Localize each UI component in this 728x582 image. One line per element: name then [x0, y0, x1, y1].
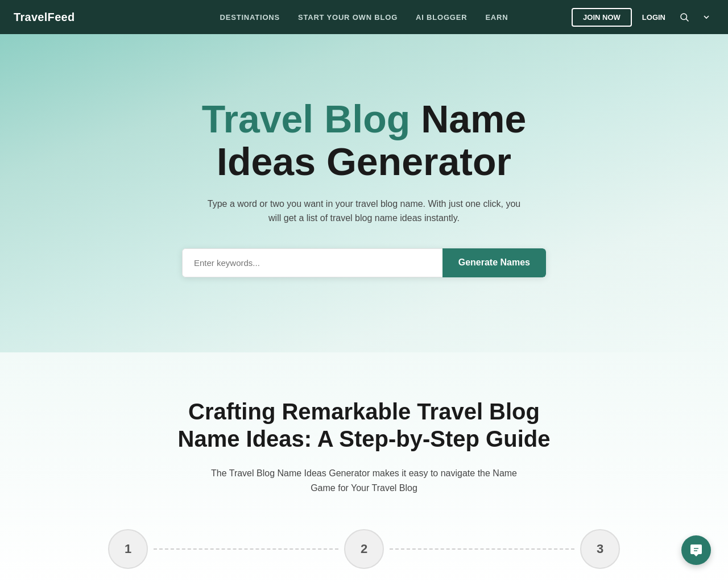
navbar: TravelFeed DESTINATIONS START YOUR OWN B…	[0, 0, 728, 34]
svg-line-1	[686, 19, 688, 21]
chevron-down-icon	[702, 13, 711, 22]
login-button[interactable]: LOGIN	[638, 9, 670, 26]
svg-point-0	[681, 14, 687, 20]
brand-logo[interactable]: TravelFeed	[14, 11, 75, 24]
hero-title: Travel Blog Name Ideas Generator	[165, 98, 563, 183]
chat-button[interactable]	[681, 535, 711, 565]
search-bar: Generate Names	[182, 248, 546, 277]
search-icon	[679, 12, 689, 22]
search-button[interactable]	[676, 9, 693, 26]
nav-link-earn[interactable]: EARN	[485, 13, 508, 22]
section-title: Crafting Remarkable Travel Blog Name Ide…	[165, 398, 563, 452]
step-connector-1-2	[154, 548, 338, 550]
navbar-actions: JOIN NOW LOGIN	[572, 8, 714, 27]
steps-row: 1 2 3	[108, 529, 620, 569]
step-2-circle: 2	[344, 529, 384, 569]
hero-section: Travel Blog Name Ideas Generator Type a …	[0, 34, 728, 352]
step-1-circle: 1	[108, 529, 148, 569]
content-section: Crafting Remarkable Travel Blog Name Ide…	[0, 352, 728, 582]
nav-link-ai-blogger[interactable]: AI BLOGGER	[416, 13, 467, 22]
nav-link-destinations[interactable]: DESTINATIONS	[220, 13, 280, 22]
join-now-button[interactable]: JOIN NOW	[572, 8, 632, 27]
step-3-circle: 3	[580, 529, 620, 569]
step-connector-2-3	[390, 548, 574, 550]
generate-names-button[interactable]: Generate Names	[442, 248, 546, 277]
section-subtitle: The Travel Blog Name Ideas Generator mak…	[205, 466, 523, 495]
nav-link-start-blog[interactable]: START YOUR OWN BLOG	[298, 13, 398, 22]
chevron-down-button[interactable]	[698, 9, 714, 25]
hero-title-highlight: Travel Blog	[202, 97, 411, 140]
hero-subtitle: Type a word or two you want in your trav…	[205, 197, 523, 226]
nav-links: DESTINATIONS START YOUR OWN BLOG AI BLOG…	[220, 13, 508, 22]
chat-icon	[689, 543, 703, 557]
keyword-input[interactable]	[182, 248, 442, 277]
